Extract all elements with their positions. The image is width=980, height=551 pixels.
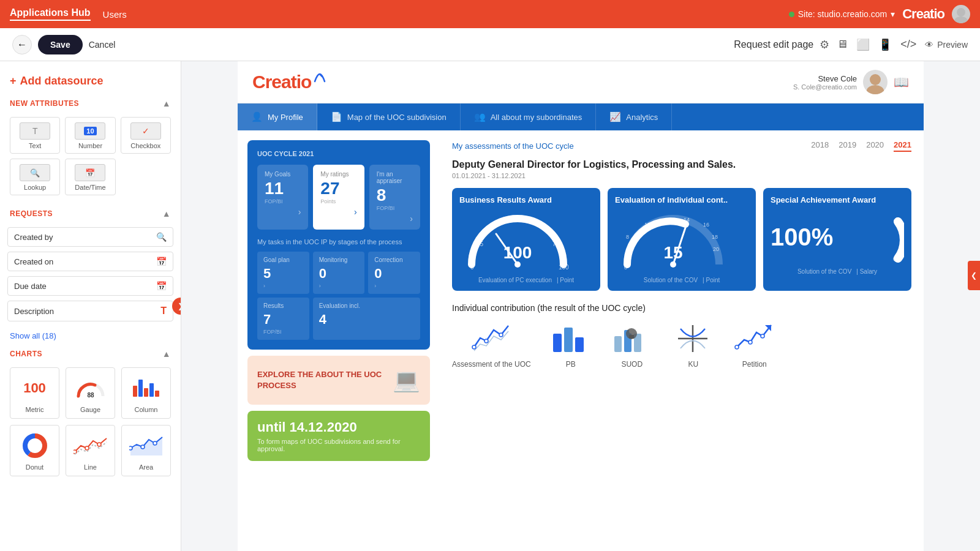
site-dropdown-icon[interactable]: ▾ (891, 9, 895, 19)
tab-my-profile[interactable]: 👤 My Profile (238, 103, 317, 130)
user-name-block: Steve Cole S. Cole@creatio.com (793, 74, 857, 91)
lookup-icon: 🔍 (30, 168, 40, 178)
ku-label: KU (688, 360, 698, 369)
eval-incl-val: 4 (319, 312, 414, 328)
chart-area[interactable]: Area (121, 425, 171, 476)
new-attributes-section-header[interactable]: NEW ATTRIBUTES ▲ (0, 92, 181, 114)
deadline-date: until 14.12.2020 (257, 419, 420, 435)
svg-text:0: 0 (624, 264, 627, 271)
chart-column[interactable]: Column (121, 367, 171, 419)
year-tabs: 2018 2019 2020 2021 (811, 140, 911, 152)
chart-donut[interactable]: Donut (10, 425, 59, 476)
attr-lookup[interactable]: 🔍 Lookup (10, 159, 60, 195)
line-chart-icon (72, 430, 109, 461)
svg-point-7 (85, 446, 89, 450)
lookup-label: Lookup (24, 184, 46, 191)
my-ratings-chevron: › (320, 207, 356, 217)
attr-number[interactable]: 10 Number (65, 117, 115, 154)
profile-content: UOC CYCLE 2021 My Goals 11 FOP/BI › (238, 130, 924, 471)
correction-stage[interactable]: Correction 0 › (368, 252, 420, 294)
attr-checkbox[interactable]: ✓ Checkbox (121, 117, 171, 154)
created-on-label: Created on (14, 257, 53, 266)
creatio-logo-nav: Creatio (902, 6, 944, 22)
svg-text:35: 35 (477, 241, 484, 247)
results-stage[interactable]: Results 7 FOP/BI (257, 298, 309, 340)
chart-gauge[interactable]: 88 Gauge (66, 367, 115, 419)
svg-point-45 (629, 329, 634, 334)
settings-icon[interactable]: ⚙ (820, 38, 829, 51)
svg-text:14: 14 (684, 217, 690, 223)
eval-incl-label: Evaluation incl. (319, 302, 414, 309)
description-field[interactable]: Description T (7, 301, 173, 321)
book-icon[interactable]: 📖 (894, 75, 909, 89)
site-label: Site: studio.creatio.com (798, 9, 888, 19)
year-2019[interactable]: 2019 (839, 140, 856, 152)
save-button[interactable]: Save (38, 35, 83, 54)
goal-plan-stage[interactable]: Goal plan 5 › (257, 252, 309, 294)
preview-button[interactable]: 👁 Preview (925, 40, 968, 50)
area-chart-icon (128, 430, 165, 461)
contrib-suod[interactable]: SUOD (611, 321, 654, 369)
contrib-pb[interactable]: PB (549, 321, 592, 369)
tablet-view-icon[interactable]: ⬜ (856, 38, 870, 51)
show-all-link[interactable]: Show all (18) (0, 329, 181, 343)
svg-point-36 (484, 339, 488, 343)
back-button[interactable]: ← (12, 35, 32, 54)
top-navigation: Applications Hub Users Site: studio.crea… (0, 0, 980, 28)
app-title[interactable]: Applications Hub (10, 7, 91, 21)
year-2020[interactable]: 2020 (866, 140, 884, 152)
my-goals-metric[interactable]: My Goals 11 FOP/BI › (257, 165, 308, 230)
contrib-assessment-uoc[interactable]: Assessment of the UOC (452, 321, 531, 369)
assessment-uoc-icon (470, 321, 513, 355)
datetime-label: Date/Time (75, 184, 105, 191)
desktop-view-icon[interactable]: 🖥 (837, 38, 848, 51)
chart-metric[interactable]: 100 Metric (10, 367, 59, 419)
solution-cov-label2: Solution of the COV (797, 268, 851, 275)
svg-point-8 (97, 443, 101, 446)
users-link[interactable]: Users (103, 9, 127, 20)
attr-datetime[interactable]: 📅 Date/Time (65, 159, 115, 195)
right-panel-collapse-button[interactable]: ❮ (968, 261, 980, 290)
appraiser-metric[interactable]: I'm an appraiser 8 FOP/BI › (369, 165, 420, 230)
chart-line[interactable]: Line (66, 425, 115, 476)
code-view-icon[interactable]: </> (900, 38, 916, 51)
attr-text[interactable]: T Text (10, 117, 60, 154)
svg-point-0 (957, 8, 965, 17)
explore-card[interactable]: EXPLORE THE ABOUT THE UOC PROCESS 💻 (247, 356, 430, 405)
due-date-field[interactable]: Due date 📅 (7, 276, 173, 296)
charts-section-header[interactable]: CHARTS ▲ (0, 343, 181, 365)
checkbox-icon-box: ✓ (130, 122, 161, 140)
special-achievement-award: Special Achievement Award 100% 0 (763, 188, 911, 291)
user-avatar-nav[interactable] (952, 5, 970, 23)
cancel-button[interactable]: Cancel (89, 40, 116, 50)
business-results-labels: Evaluation of PC execution | Point (459, 277, 593, 283)
add-datasource-button[interactable]: + Add datasource (0, 70, 181, 92)
contribution-section: Individual contribution (the result of t… (452, 303, 911, 369)
requests-section-header[interactable]: REQUESTS ▲ (0, 203, 181, 225)
column-label: Column (135, 406, 158, 413)
mobile-view-icon[interactable]: 📱 (878, 38, 892, 51)
contrib-petition[interactable]: Petition (733, 321, 776, 369)
uoc-stages-grid: Goal plan 5 › Monitoring 0 › Correction (257, 252, 420, 340)
business-results-title: Business Results Award (459, 195, 593, 204)
eval-incl-stage[interactable]: Evaluation incl. 4 (313, 298, 420, 340)
svg-rect-39 (564, 328, 573, 352)
tab-analytics[interactable]: 📈 Analytics (596, 103, 672, 130)
svg-marker-49 (765, 325, 771, 331)
tab-subordinates[interactable]: 👥 All about my subordinates (461, 103, 597, 130)
explore-icon: 💻 (393, 367, 420, 393)
business-results-gauge: 0 35 75 100 100 (459, 209, 576, 271)
plus-icon: + (10, 75, 17, 88)
tab-uoc-subdivision[interactable]: 📄 Map of the UOC subdivision (317, 103, 461, 130)
year-2018[interactable]: 2018 (811, 140, 829, 152)
year-2021[interactable]: 2021 (894, 140, 911, 152)
contribution-items: Assessment of the UOC (452, 321, 911, 369)
svg-text:100: 100 (503, 243, 532, 262)
created-on-field[interactable]: Created on 📅 (7, 252, 173, 271)
results-sub: FOP/BI (263, 329, 303, 335)
monitoring-stage[interactable]: Monitoring 0 › (313, 252, 365, 294)
created-by-field[interactable]: Created by 🔍 (7, 227, 173, 247)
my-ratings-metric[interactable]: My ratings 27 Points › (313, 165, 364, 230)
contrib-ku[interactable]: KU (672, 321, 715, 369)
svg-text:18: 18 (712, 234, 718, 240)
